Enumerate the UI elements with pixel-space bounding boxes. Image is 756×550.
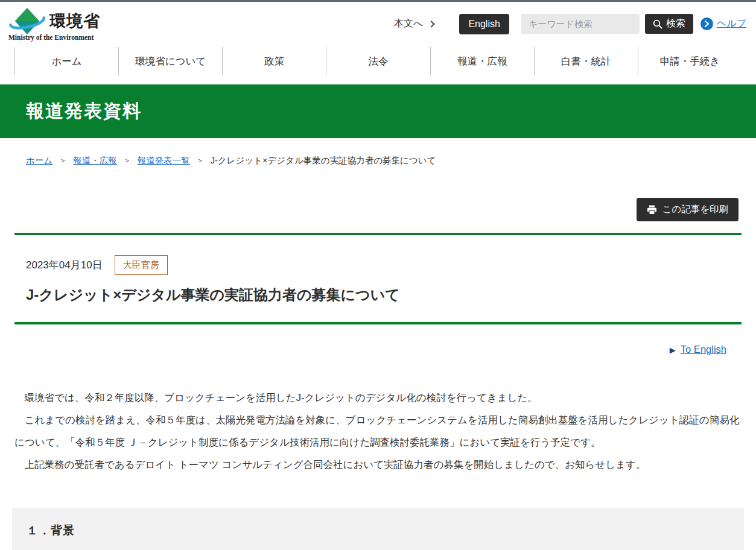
ministry-logo: 環境省 Ministry of the Environment bbox=[8, 7, 100, 41]
breadcrumb-separator: ＞ bbox=[124, 156, 131, 166]
green-divider bbox=[14, 233, 742, 235]
section-heading-background: １．背景 bbox=[27, 523, 729, 539]
ministry-name-en: Ministry of the Environment bbox=[8, 34, 100, 41]
help-link[interactable]: ヘルプ bbox=[700, 17, 746, 30]
help-chevron-icon bbox=[700, 17, 713, 30]
page-banner-title: 報道発表資料 bbox=[26, 99, 142, 124]
search-button[interactable]: 検索 bbox=[645, 14, 693, 34]
page-banner: 報道発表資料 bbox=[0, 84, 756, 138]
global-nav: ホーム 環境省について 政策 法令 報道・広報 白書・統計 申請・手続き bbox=[14, 47, 742, 75]
paragraph: これまでの検討を踏まえ、令和５年度は、太陽光発電方法論を対象に、ブロックチェーン… bbox=[14, 409, 742, 454]
paragraph: 環境省では、令和２年度以降、ブロックチェーンを活用したJ-クレジットのデジタル化… bbox=[14, 387, 742, 409]
site-header: 環境省 Ministry of the Environment 本文へ Engl… bbox=[0, 2, 756, 46]
nav-item-laws[interactable]: 法令 bbox=[326, 47, 430, 75]
search-box: 検索 bbox=[521, 14, 693, 34]
breadcrumb-separator: ＞ bbox=[197, 156, 204, 166]
breadcrumb-press[interactable]: 報道・広報 bbox=[73, 155, 117, 166]
english-button[interactable]: English bbox=[459, 14, 509, 34]
nav-item-home[interactable]: ホーム bbox=[14, 47, 118, 75]
nav-item-whitepaper[interactable]: 白書・統計 bbox=[534, 47, 638, 75]
search-icon bbox=[653, 19, 662, 29]
ministry-logo-icon bbox=[8, 7, 46, 35]
print-article-button[interactable]: この記事を印刷 bbox=[637, 198, 739, 221]
nav-item-policy[interactable]: 政策 bbox=[222, 47, 326, 75]
breadcrumb-press-list[interactable]: 報道発表一覧 bbox=[138, 155, 190, 166]
printer-icon bbox=[647, 205, 657, 215]
breadcrumb-current-page: J-クレジット×デジタル事業の実証協力者の募集について bbox=[211, 155, 436, 166]
paragraph: 上記業務の受託者であるデロイト トーマツ コンサルティング合同会社において実証協… bbox=[14, 454, 742, 476]
breadcrumb-separator: ＞ bbox=[59, 156, 66, 166]
publish-date: 2023年04月10日 bbox=[26, 258, 103, 272]
nav-item-press[interactable]: 報道・広報 bbox=[430, 47, 534, 75]
chevron-right-icon bbox=[428, 21, 435, 27]
nav-item-about[interactable]: 環境省について bbox=[118, 47, 222, 75]
to-english-link[interactable]: To English bbox=[681, 344, 726, 355]
ministry-name: 環境省 bbox=[49, 10, 100, 32]
nav-item-procedures[interactable]: 申請・手続き bbox=[638, 47, 742, 75]
article-title: J-クレジット×デジタル事業の実証協力者の募集について bbox=[14, 285, 742, 305]
breadcrumb: ホーム ＞ 報道・広報 ＞ 報道発表一覧 ＞ J-クレジット×デジタル事業の実証… bbox=[14, 155, 742, 166]
article: この記事を印刷 2023年04月10日 大臣官房 J-クレジット×デジタル事業の… bbox=[0, 198, 756, 550]
skip-to-content-link[interactable]: 本文へ bbox=[394, 17, 434, 30]
green-divider bbox=[14, 322, 742, 324]
category-badge: 大臣官房 bbox=[115, 255, 168, 275]
triangle-right-icon: ▶ bbox=[670, 346, 676, 355]
section-heading-band: １．背景 bbox=[12, 508, 744, 550]
breadcrumb-home[interactable]: ホーム bbox=[26, 155, 52, 166]
article-body: 環境省では、令和２年度以降、ブロックチェーンを活用したJ-クレジットのデジタル化… bbox=[14, 387, 742, 476]
search-input[interactable] bbox=[521, 14, 640, 34]
